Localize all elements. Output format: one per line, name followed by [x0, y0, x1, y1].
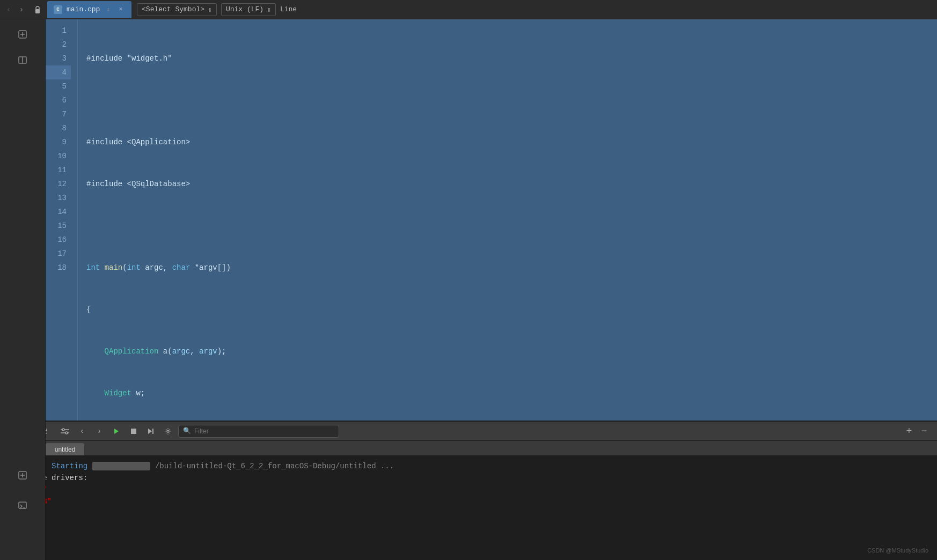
- code-line-1: #include "widget.h": [86, 51, 920, 65]
- code-line-4: #include <QSqlDatabase>: [86, 177, 920, 191]
- line-num-16: 16: [46, 233, 71, 247]
- lock-button[interactable]: [30, 2, 45, 17]
- output-tab-2[interactable]: untitled: [46, 443, 85, 455]
- symbol-selector-arrow: ⇕: [208, 5, 212, 14]
- settings-button[interactable]: [161, 424, 175, 438]
- split-view-button[interactable]: [12, 49, 33, 71]
- line-num-6: 6: [46, 93, 71, 107]
- output-line-7: "QPSQL": [6, 531, 931, 543]
- add-output-button[interactable]: +: [903, 425, 916, 438]
- svg-point-16: [167, 430, 169, 432]
- code-content[interactable]: #include "widget.h" #include <QApplicati…: [78, 19, 928, 421]
- line-num-7: 7: [46, 107, 71, 121]
- tab-close-button[interactable]: ×: [116, 5, 125, 14]
- filter-input-container[interactable]: 🔍: [178, 425, 339, 438]
- output-line-4: "QMARIADB": [6, 496, 931, 507]
- svg-rect-0: [35, 9, 40, 13]
- left-sidebar: [0, 19, 46, 421]
- line-num-2: 2: [46, 38, 71, 51]
- output-path-hidden: ████████████: [92, 462, 151, 470]
- line-num-1: 1: [46, 24, 71, 38]
- line-num-3: 3: [46, 51, 71, 65]
- output-tabs: untitled untitled: [0, 441, 937, 456]
- line-num-11: 11: [46, 163, 71, 177]
- svg-rect-13: [131, 429, 136, 434]
- bottom-left-sidebar: [0, 421, 46, 560]
- encoding-arrow: ⇕: [267, 5, 271, 14]
- line-num-10: 10: [46, 149, 71, 163]
- tab-filename: main.cpp: [67, 5, 100, 13]
- next-button[interactable]: ›: [92, 424, 106, 438]
- svg-marker-14: [148, 429, 152, 434]
- line-num-13: 13: [46, 191, 71, 205]
- add-file-button[interactable]: [12, 24, 33, 45]
- bottom-panel: 应用程序输出 ‹ ›: [0, 421, 937, 560]
- output-line-1: 22:41:57: Starting ████████████ /build-u…: [6, 460, 931, 472]
- run-button[interactable]: [109, 424, 123, 438]
- output-line-2: available drivers:: [6, 472, 931, 484]
- code-line-2: [86, 93, 920, 107]
- filter-text-input[interactable]: [194, 428, 334, 435]
- watermark: CSDN @MStudyStudio: [867, 547, 928, 554]
- code-line-9: Widget w;: [86, 386, 920, 400]
- right-gutter: [928, 19, 937, 421]
- code-line-7: {: [86, 303, 920, 316]
- svg-point-6: [62, 429, 64, 431]
- line-num-8: 8: [46, 121, 71, 135]
- filter-search-icon: 🔍: [183, 427, 191, 435]
- output-path: /build-untitled-Qt_6_2_2_for_macOS-Debug…: [155, 462, 394, 470]
- output-line-5: "QMYSQL": [6, 507, 931, 519]
- filter-icon-button[interactable]: [58, 424, 72, 438]
- plus-minus-controls: + −: [903, 425, 931, 438]
- line-num-12: 12: [46, 177, 71, 191]
- output-line-6: "QODBC": [6, 519, 931, 531]
- svg-marker-12: [114, 429, 119, 434]
- line-num-9: 9: [46, 135, 71, 149]
- code-line-6: int main(int argc, char *argv[]): [86, 261, 920, 275]
- code-line-8: QApplication a(argc, argv);: [86, 344, 920, 358]
- bottom-terminal-button[interactable]: [12, 495, 33, 516]
- code-line-3: #include <QApplication>: [86, 135, 920, 149]
- step-button[interactable]: [144, 424, 158, 438]
- line-num-18: 18: [46, 261, 71, 275]
- file-type-icon: C: [54, 5, 62, 14]
- nav-forward-button[interactable]: ›: [15, 3, 28, 16]
- file-tab[interactable]: C main.cpp ⇕ ×: [47, 1, 131, 18]
- output-content: 22:41:57: Starting ████████████ /build-u…: [0, 456, 937, 560]
- code-line-5: [86, 219, 920, 233]
- output-line-3: "QSQLITE": [6, 484, 931, 496]
- remove-output-button[interactable]: −: [918, 425, 931, 438]
- tab-bar: ‹ › C main.cpp ⇕ × <Select Symbol> ⇕ Uni…: [0, 0, 937, 19]
- svg-rect-20: [19, 502, 26, 509]
- line-num-14: 14: [46, 205, 71, 219]
- svg-point-7: [65, 432, 68, 434]
- line-num-17: 17: [46, 247, 71, 261]
- nav-back-button[interactable]: ‹: [2, 3, 15, 16]
- line-num-4: 4: [46, 65, 71, 79]
- bottom-add-button[interactable]: [12, 465, 33, 486]
- symbol-selector-label: <Select Symbol>: [142, 5, 204, 13]
- tab-arrows: ⇕: [106, 6, 110, 13]
- encoding-selector[interactable]: Unix (LF) ⇕: [221, 3, 276, 16]
- encoding-label: Unix (LF): [226, 5, 263, 13]
- line-num-15: 15: [46, 219, 71, 233]
- line-numbers: 1 2 3 4 5 6 7 8 9 10 11 12 13 14 15 16 1…: [46, 19, 78, 421]
- bottom-toolbar: 应用程序输出 ‹ ›: [0, 422, 937, 441]
- symbol-selector[interactable]: <Select Symbol> ⇕: [137, 3, 217, 16]
- code-editor[interactable]: 1 2 3 4 5 6 7 8 9 10 11 12 13 14 15 16 1…: [46, 19, 937, 421]
- output-action: Starting: [52, 462, 92, 470]
- line-label: Line: [280, 5, 297, 13]
- line-num-5: 5: [46, 79, 71, 93]
- prev-button[interactable]: ‹: [75, 424, 89, 438]
- stop-button[interactable]: [127, 424, 141, 438]
